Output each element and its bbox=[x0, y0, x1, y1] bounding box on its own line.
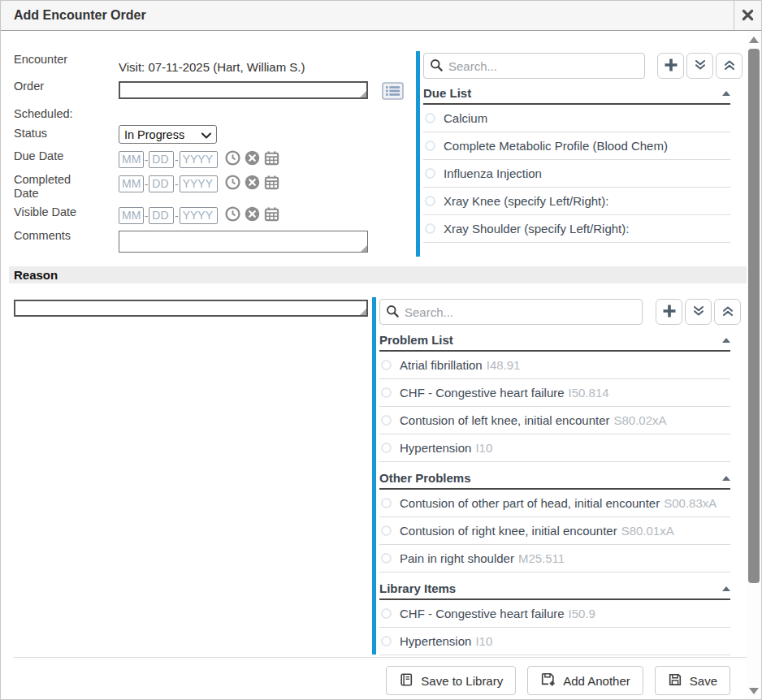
list-item[interactable]: HypertensionI10 bbox=[379, 628, 730, 655]
order-input[interactable] bbox=[119, 81, 368, 99]
scroll-up-icon[interactable] bbox=[749, 37, 759, 43]
icd-code: I10 bbox=[475, 634, 492, 648]
comments-row: Comments bbox=[14, 229, 368, 253]
double-chevron-down-icon bbox=[694, 58, 707, 74]
completed-date-time-button[interactable] bbox=[225, 175, 240, 192]
due-list-expand-all-button[interactable] bbox=[686, 53, 713, 79]
visible-date-clear-button[interactable] bbox=[245, 206, 260, 224]
list-item[interactable]: Contusion of right knee, initial encount… bbox=[379, 517, 730, 545]
calendar-icon bbox=[264, 175, 279, 192]
section-title: Other Problems bbox=[379, 471, 471, 485]
list-item[interactable]: Contusion of left knee, initial encounte… bbox=[379, 407, 730, 434]
icd-code: S80.02xA bbox=[614, 413, 667, 427]
due-list-section-header[interactable]: Due List bbox=[423, 86, 730, 105]
due-date-day-input[interactable] bbox=[149, 151, 174, 168]
status-label: Status bbox=[14, 127, 87, 140]
completed-date-day-input[interactable] bbox=[149, 175, 174, 192]
circle-bullet-icon bbox=[381, 553, 392, 564]
resize-handle[interactable] bbox=[360, 91, 366, 97]
icd-code: I48.91 bbox=[487, 358, 521, 372]
visible-date-month-input[interactable] bbox=[119, 207, 144, 224]
list-item[interactable]: Atrial fibrillationI48.91 bbox=[379, 352, 730, 379]
circle-bullet-icon bbox=[381, 387, 392, 398]
circle-bullet-icon bbox=[425, 168, 435, 179]
list-item[interactable]: CHF - Congestive heart failureI50.814 bbox=[379, 379, 730, 407]
reason-collapse-all-button[interactable] bbox=[714, 299, 741, 325]
due-list-collapse-all-button[interactable] bbox=[716, 53, 743, 79]
list-item[interactable]: HypertensionI10 bbox=[379, 434, 730, 462]
calendar-icon bbox=[264, 206, 279, 224]
reason-expand-all-button[interactable] bbox=[685, 299, 712, 325]
save-button[interactable]: Save bbox=[655, 666, 730, 695]
list-item[interactable]: Complete Metabolic Profile (Blood Chem) bbox=[423, 132, 730, 160]
scroll-down-icon[interactable] bbox=[749, 688, 759, 694]
due-date-time-button[interactable] bbox=[225, 150, 240, 168]
list-item[interactable]: CHF - Congestive heart failureI50.9 bbox=[379, 600, 730, 628]
collapse-section-icon[interactable] bbox=[722, 338, 730, 343]
list-item[interactable]: Xray Shoulder (specify Left/Right): bbox=[423, 215, 730, 243]
close-icon bbox=[742, 9, 754, 24]
icd-code: I50.814 bbox=[569, 386, 609, 400]
reason-input[interactable] bbox=[14, 300, 368, 317]
circle-bullet-icon bbox=[381, 415, 392, 426]
library-items-section-header[interactable]: Library Items bbox=[379, 581, 730, 600]
status-row: Status In Progress bbox=[14, 125, 217, 144]
visible-date-year-input[interactable] bbox=[180, 207, 218, 224]
collapse-section-icon[interactable] bbox=[722, 476, 730, 481]
visible-date-calendar-button[interactable] bbox=[264, 206, 279, 224]
visible-date-time-button[interactable] bbox=[225, 206, 240, 224]
button-label: Add Another bbox=[563, 674, 630, 688]
completed-date-calendar-button[interactable] bbox=[264, 175, 279, 192]
list-item[interactable]: Pain in right shoulderM25.511 bbox=[379, 545, 730, 573]
encounter-row: Encounter Visit: 07-11-2025 (Hart, Willi… bbox=[14, 53, 305, 74]
other-problems-section-header[interactable]: Other Problems bbox=[379, 471, 730, 490]
dialog-titlebar: Add Encounter Order bbox=[1, 1, 761, 31]
resize-handle[interactable] bbox=[361, 245, 367, 252]
due-list-search-input[interactable] bbox=[423, 53, 645, 79]
order-lookup-icon bbox=[382, 82, 404, 102]
reason-search-input[interactable] bbox=[379, 299, 643, 325]
order-lookup-button[interactable] bbox=[382, 82, 404, 102]
scheduled-row: Scheduled: bbox=[14, 107, 119, 121]
vertical-scrollbar[interactable] bbox=[747, 32, 761, 699]
footer-separator bbox=[14, 657, 747, 658]
plus-icon bbox=[662, 304, 677, 321]
close-button[interactable] bbox=[738, 6, 757, 26]
visible-date-row: Visible Date - - bbox=[14, 205, 279, 224]
due-date-year-input[interactable] bbox=[180, 151, 218, 168]
circle-bullet-icon bbox=[381, 525, 392, 536]
due-date-clear-button[interactable] bbox=[245, 150, 260, 168]
completed-date-month-input[interactable] bbox=[119, 175, 144, 192]
resize-handle[interactable] bbox=[360, 309, 366, 315]
due-date-calendar-button[interactable] bbox=[264, 150, 279, 168]
due-date-month-input[interactable] bbox=[119, 151, 144, 168]
x-circle-icon bbox=[245, 150, 260, 168]
status-select[interactable]: In Progress bbox=[119, 125, 217, 144]
due-date-row: Due Date - - bbox=[14, 149, 279, 168]
list-item[interactable]: Influenza Injection bbox=[423, 160, 730, 188]
clock-icon bbox=[225, 175, 240, 192]
icd-code: I10 bbox=[475, 441, 492, 455]
save-plus-icon bbox=[540, 672, 556, 689]
dialog-title: Add Encounter Order bbox=[14, 1, 146, 30]
problem-list-section-header[interactable]: Problem List bbox=[379, 333, 730, 352]
save-to-library-button[interactable]: Save to Library bbox=[386, 666, 516, 695]
completed-date-clear-button[interactable] bbox=[245, 175, 260, 192]
list-item[interactable]: Contusion of other part of head, initial… bbox=[379, 490, 730, 517]
chevron-down-icon bbox=[201, 128, 211, 141]
circle-bullet-icon bbox=[381, 360, 392, 370]
due-list-add-button[interactable] bbox=[657, 53, 684, 79]
reason-add-button[interactable] bbox=[656, 299, 682, 325]
scrollbar-thumb[interactable] bbox=[748, 49, 760, 583]
list-item[interactable]: Xray Knee (specify Left/Right): bbox=[423, 188, 730, 215]
book-icon bbox=[399, 672, 413, 689]
add-another-button[interactable]: Add Another bbox=[527, 666, 643, 695]
completed-date-year-input[interactable] bbox=[180, 175, 218, 192]
add-encounter-order-dialog: Add Encounter Order Encounter Visit: 07-… bbox=[0, 0, 762, 700]
collapse-section-icon[interactable] bbox=[722, 586, 730, 591]
circle-bullet-icon bbox=[425, 140, 435, 151]
list-item[interactable]: Calcium bbox=[423, 105, 730, 132]
comments-input[interactable] bbox=[119, 231, 368, 253]
collapse-section-icon[interactable] bbox=[722, 91, 730, 96]
visible-date-day-input[interactable] bbox=[149, 207, 174, 224]
